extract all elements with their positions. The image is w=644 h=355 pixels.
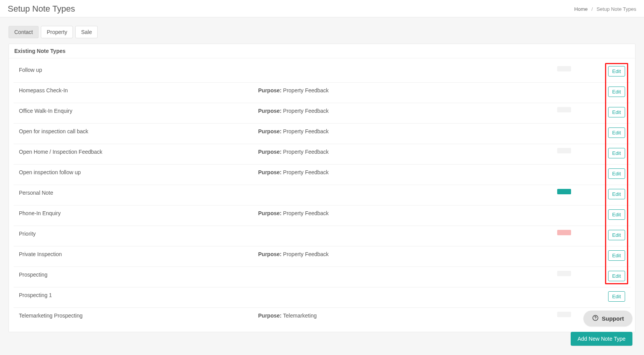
note-type-row: Phone-In EnquiryPurpose: Property Feedba… xyxy=(14,206,630,226)
page-title: Setup Note Types xyxy=(8,4,75,14)
note-type-purpose xyxy=(258,189,557,190)
edit-cell: Edit xyxy=(608,168,625,179)
note-type-name: Priority xyxy=(19,230,258,237)
panel-title: Existing Note Types xyxy=(9,44,635,58)
support-label: Support xyxy=(602,315,624,322)
color-swatch xyxy=(557,312,571,317)
note-type-purpose: Purpose: Property Feedback xyxy=(258,250,557,257)
edit-button[interactable]: Edit xyxy=(608,209,625,220)
purpose-label: Purpose: xyxy=(258,313,283,319)
purpose-label: Purpose: xyxy=(258,128,283,134)
edit-cell: Edit xyxy=(608,148,625,158)
note-type-name: Prospecting 1 xyxy=(19,291,258,298)
edit-button[interactable]: Edit xyxy=(608,291,625,302)
note-type-row: PriorityEdit xyxy=(14,226,630,246)
tab-property[interactable]: Property xyxy=(41,26,73,38)
edit-cell: Edit xyxy=(608,107,625,117)
panel-existing-note-types: Existing Note Types Follow upEditHomepas… xyxy=(8,44,636,332)
note-type-name: Homepass Check-In xyxy=(19,87,258,93)
note-type-row: Prospecting 1Edit xyxy=(14,287,630,308)
tab-contact[interactable]: Contact xyxy=(8,26,39,38)
note-type-purpose xyxy=(258,230,557,231)
note-type-purpose: Purpose: Property Feedback xyxy=(258,168,557,175)
note-type-name: Office Walk-In Enquiry xyxy=(19,107,258,114)
color-swatch xyxy=(557,107,571,112)
edit-cell: Edit xyxy=(608,66,625,76)
color-swatch xyxy=(557,189,571,194)
color-swatch xyxy=(557,230,571,235)
edit-button[interactable]: Edit xyxy=(608,127,625,138)
purpose-value: Property Feedback xyxy=(283,169,329,175)
help-icon xyxy=(592,314,599,323)
note-type-name: Private Inspection xyxy=(19,250,258,257)
color-swatch xyxy=(557,148,571,153)
note-type-purpose xyxy=(258,66,557,67)
edit-button[interactable]: Edit xyxy=(608,107,625,117)
tab-sale[interactable]: Sale xyxy=(75,26,98,38)
purpose-value: Property Feedback xyxy=(283,149,329,155)
note-type-name: Prospecting xyxy=(19,271,258,278)
purpose-value: Property Feedback xyxy=(283,251,329,257)
edit-cell: Edit xyxy=(608,127,625,138)
purpose-value: Property Feedback xyxy=(283,108,329,114)
note-type-purpose: Purpose: Property Feedback xyxy=(258,148,557,155)
color-swatch xyxy=(557,271,571,276)
note-type-row: Office Walk-In EnquiryPurpose: Property … xyxy=(14,103,630,124)
color-swatch xyxy=(557,66,571,71)
edit-cell: Edit xyxy=(608,271,625,281)
note-type-purpose: Purpose: Property Feedback xyxy=(258,127,557,134)
note-type-name: Open for inspection call back xyxy=(19,127,258,134)
edit-cell: Edit xyxy=(608,189,625,199)
note-type-row: Open Home / Inspection FeedbackPurpose: … xyxy=(14,144,630,165)
note-type-name: Phone-In Enquiry xyxy=(19,209,258,216)
note-type-purpose xyxy=(258,291,557,292)
breadcrumb-separator: / xyxy=(592,6,593,12)
edit-button[interactable]: Edit xyxy=(608,189,625,199)
edit-cell: Edit xyxy=(608,87,625,97)
note-type-purpose: Purpose: Property Feedback xyxy=(258,87,557,93)
note-type-row: Open inspection follow upPurpose: Proper… xyxy=(14,165,630,185)
purpose-value: Telemarketing xyxy=(283,313,317,319)
svg-point-1 xyxy=(595,319,595,319)
breadcrumb-current: Setup Note Types xyxy=(597,6,636,12)
note-type-row: Homepass Check-InPurpose: Property Feedb… xyxy=(14,83,630,103)
purpose-value: Property Feedback xyxy=(283,87,329,93)
note-type-row: Personal NoteEdit xyxy=(14,185,630,206)
edit-button[interactable]: Edit xyxy=(608,66,625,76)
purpose-label: Purpose: xyxy=(258,108,283,114)
edit-cell: Edit xyxy=(608,209,625,220)
add-new-note-type-button[interactable]: Add New Note Type xyxy=(571,332,632,346)
edit-button[interactable]: Edit xyxy=(608,87,625,97)
note-type-name: Telemarketing Prospecting xyxy=(19,312,258,319)
edit-cell: Edit xyxy=(608,230,625,240)
note-type-row: Follow upEdit xyxy=(14,62,630,83)
note-type-purpose xyxy=(258,271,557,272)
purpose-label: Purpose: xyxy=(258,169,283,175)
page-header: Setup Note Types Home / Setup Note Types xyxy=(0,0,644,17)
breadcrumb: Home / Setup Note Types xyxy=(574,6,636,12)
note-type-name: Open Home / Inspection Feedback xyxy=(19,148,258,155)
edit-cell: Edit xyxy=(608,291,625,302)
edit-button[interactable]: Edit xyxy=(608,250,625,261)
edit-button[interactable]: Edit xyxy=(608,168,625,179)
note-type-purpose: Purpose: Property Feedback xyxy=(258,107,557,114)
note-type-name: Open inspection follow up xyxy=(19,168,258,175)
note-type-name: Personal Note xyxy=(19,189,258,196)
note-type-name: Follow up xyxy=(19,66,258,73)
purpose-label: Purpose: xyxy=(258,251,283,257)
purpose-label: Purpose: xyxy=(258,149,283,155)
edit-button[interactable]: Edit xyxy=(608,148,625,158)
support-button[interactable]: Support xyxy=(583,311,633,326)
note-type-row: ProspectingEdit xyxy=(14,267,630,287)
purpose-label: Purpose: xyxy=(258,87,283,93)
note-type-purpose: Purpose: Telemarketing xyxy=(258,312,557,319)
note-type-purpose: Purpose: Property Feedback xyxy=(258,209,557,216)
note-type-row: Telemarketing ProspectingPurpose: Telema… xyxy=(14,308,630,328)
edit-button[interactable]: Edit xyxy=(608,230,625,240)
note-type-list: Follow upEditHomepass Check-InPurpose: P… xyxy=(9,58,635,332)
tabs: Contact Property Sale xyxy=(8,26,636,38)
edit-button[interactable]: Edit xyxy=(608,271,625,281)
breadcrumb-home-link[interactable]: Home xyxy=(574,6,588,12)
purpose-value: Property Feedback xyxy=(283,210,329,216)
purpose-value: Property Feedback xyxy=(283,128,329,134)
